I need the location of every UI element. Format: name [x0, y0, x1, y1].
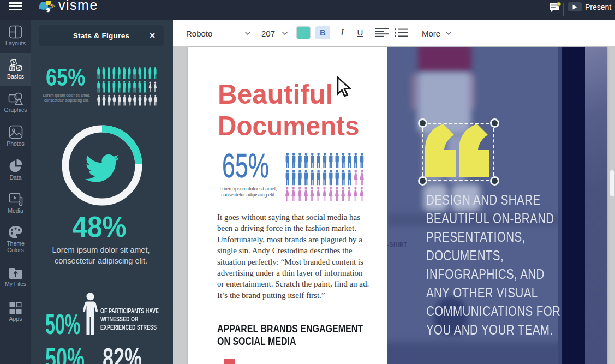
svg-text:A: A	[12, 60, 15, 64]
svg-text:B: B	[10, 67, 13, 70]
svg-text:C: C	[17, 66, 21, 70]
